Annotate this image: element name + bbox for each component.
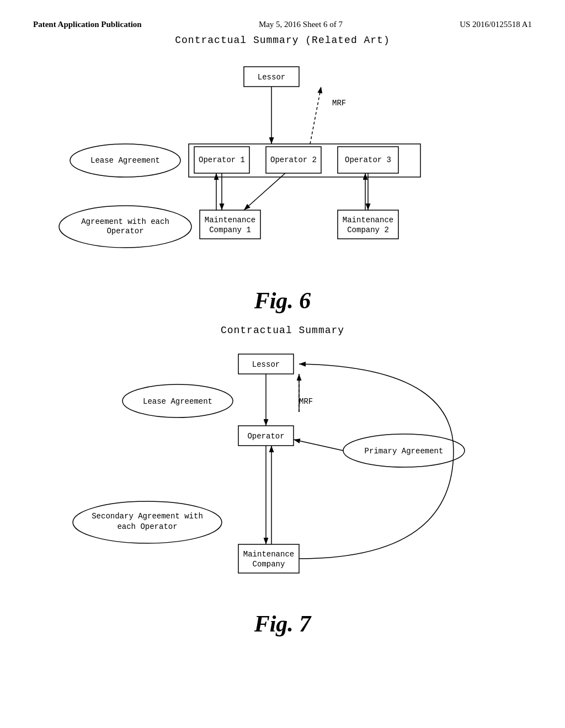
fig7-lessor-label: Lessor [252, 360, 280, 369]
fig7-diagram: Lessor Lease Agreement MRF Operator Prim… [40, 340, 525, 605]
publication-label: Patent Application Publication [33, 20, 142, 29]
patent-number-label: US 2016/0125518 A1 [460, 20, 532, 29]
maint1-line1: Maintenance [205, 216, 255, 224]
agreement-label: Agreement with each [81, 217, 169, 226]
date-sheet-label: May 5, 2016 Sheet 6 of 7 [259, 20, 343, 29]
fig6-title: Contractual Summary (Related Art) [0, 35, 565, 46]
fig7-secondary-label1: Secondary Agreement with [92, 512, 203, 521]
operator3-label: Operator 3 [345, 156, 391, 164]
operator1-label: Operator 1 [199, 156, 245, 164]
svg-rect-24 [238, 544, 299, 573]
fig7-section: Contractual Summary Lessor Lease Agreeme… [0, 325, 565, 637]
svg-line-10 [310, 87, 321, 144]
fig7-maint-line2: Company [253, 560, 285, 569]
fig6-label: Fig. 6 [0, 287, 565, 314]
fig7-primary-label: Primary Agreement [365, 447, 444, 456]
svg-rect-8 [338, 210, 398, 239]
svg-line-12 [244, 173, 285, 210]
fig7-maint-line1: Maintenance [243, 550, 294, 559]
fig7-mrf-label: MRF [299, 397, 313, 406]
maint2-line2: Company 2 [347, 226, 389, 234]
operator2-label: Operator 2 [270, 156, 317, 164]
page-header: Patent Application Publication May 5, 20… [0, 0, 565, 35]
mrf-label: MRF [332, 99, 346, 108]
fig7-title: Contractual Summary [0, 325, 565, 336]
lessor-label: Lessor [258, 73, 285, 82]
fig6-diagram: Lessor MRF Lease Agreement Operator 1 Op… [40, 50, 525, 282]
agreement-label2: Operator [106, 227, 143, 235]
maint1-line2: Company 1 [209, 226, 251, 234]
fig6-section: Contractual Summary (Related Art) Lessor… [0, 35, 565, 314]
lease-agreement-label: Lease Agreement [90, 156, 160, 165]
fig7-lease-label: Lease Agreement [143, 397, 212, 406]
fig7-operator-label: Operator [247, 432, 284, 441]
fig7-label: Fig. 7 [0, 611, 565, 637]
fig7-secondary-label2: each Operator [117, 522, 177, 531]
svg-rect-7 [200, 210, 260, 239]
svg-line-30 [294, 440, 343, 451]
maint2-line1: Maintenance [343, 216, 393, 224]
